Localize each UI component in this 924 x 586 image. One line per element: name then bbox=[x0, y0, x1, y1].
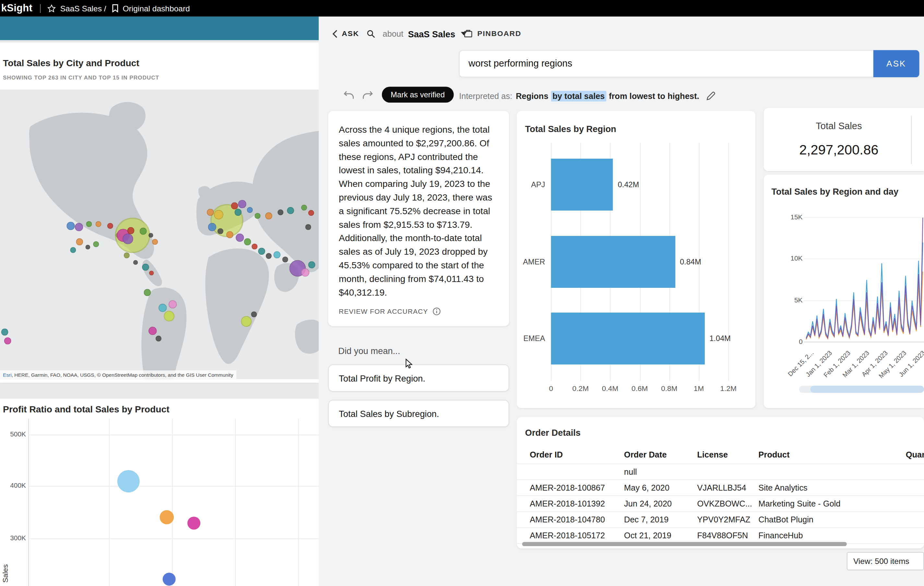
scatter-bubble[interactable] bbox=[163, 573, 176, 586]
review-for-accuracy[interactable]: REVIEW FOR ACCURACY bbox=[339, 307, 441, 315]
map-bubble[interactable] bbox=[66, 222, 74, 230]
scatter-plot[interactable]: Sales 500K400K300K bbox=[0, 399, 319, 586]
bookmark-icon[interactable] bbox=[112, 4, 119, 12]
map-bubble[interactable] bbox=[93, 241, 99, 247]
interpretation-token-sort[interactable]: from lowest to highest. bbox=[609, 91, 699, 101]
map-bubble[interactable] bbox=[164, 311, 175, 321]
star-icon[interactable] bbox=[47, 4, 56, 13]
map-bubble[interactable] bbox=[168, 300, 177, 308]
map-bubble[interactable] bbox=[282, 257, 288, 263]
map-bubble[interactable] bbox=[241, 316, 252, 327]
map-bubble[interactable] bbox=[76, 238, 83, 245]
map-bubble[interactable] bbox=[301, 205, 307, 210]
table-row[interactable]: null bbox=[517, 464, 924, 480]
map-bubble[interactable] bbox=[236, 233, 244, 242]
map-bubble[interactable] bbox=[122, 233, 133, 244]
map-bubble[interactable] bbox=[127, 227, 135, 234]
data-source-selector[interactable]: SaaS Sales bbox=[408, 28, 455, 39]
line-chart-scrollbar-track[interactable] bbox=[799, 386, 924, 393]
map-bubble[interactable] bbox=[144, 289, 151, 296]
breadcrumb-saas-sales[interactable]: SaaS Sales / bbox=[60, 4, 106, 13]
suggestion-total-profit-by-region[interactable]: Total Profit by Region. bbox=[328, 364, 509, 392]
map-bubble[interactable] bbox=[1, 328, 8, 336]
map-bubble[interactable] bbox=[251, 311, 257, 317]
map-bubble[interactable] bbox=[258, 248, 265, 255]
table-horizontal-scrollbar[interactable] bbox=[522, 542, 846, 546]
map-bubble[interactable] bbox=[107, 223, 113, 229]
edit-interpretation-icon[interactable] bbox=[706, 91, 716, 101]
map-bubble[interactable] bbox=[207, 209, 214, 216]
interpretation-token-regions[interactable]: Regions bbox=[516, 91, 548, 101]
map-bubble[interactable] bbox=[95, 221, 101, 227]
search-icon[interactable] bbox=[367, 29, 375, 38]
map-bubble[interactable] bbox=[252, 244, 257, 250]
map-bubble[interactable] bbox=[75, 223, 83, 231]
bar-category-label: APJ bbox=[531, 180, 545, 189]
esri-link[interactable]: Esri bbox=[3, 372, 12, 378]
bar[interactable] bbox=[551, 313, 705, 365]
interpretation-token-highlighted[interactable]: by total sales bbox=[551, 91, 607, 101]
map-bubble[interactable] bbox=[142, 263, 149, 271]
ask-query-input[interactable] bbox=[460, 51, 866, 76]
scatter-bubble[interactable] bbox=[187, 516, 200, 530]
scatter-bubble[interactable] bbox=[117, 470, 140, 493]
map-bubble[interactable] bbox=[140, 228, 147, 235]
suggestion-total-sales-by-subregion[interactable]: Total Sales by Subregion. bbox=[328, 400, 509, 427]
view-items-dropdown[interactable]: View: 500 items bbox=[847, 552, 924, 570]
region-day-line-chart-card[interactable]: Total Sales by Region and day 15K10K5K0 … bbox=[764, 175, 924, 408]
map-bubble[interactable] bbox=[214, 210, 223, 219]
line-chart-scrollbar-thumb[interactable] bbox=[810, 386, 924, 393]
scatter-bubble[interactable] bbox=[160, 510, 174, 524]
bar[interactable] bbox=[551, 236, 675, 288]
back-chevron-icon[interactable] bbox=[332, 29, 338, 38]
redo-icon[interactable] bbox=[363, 91, 373, 99]
map-bubble[interactable] bbox=[273, 251, 280, 258]
table-row[interactable]: AMER-2018-105172Oct 21, 2019F84V88OF5NFi… bbox=[517, 528, 924, 544]
map-bubble[interactable] bbox=[226, 231, 233, 238]
mark-as-verified-button[interactable]: Mark as verified bbox=[382, 87, 454, 103]
map-bubble[interactable] bbox=[238, 200, 246, 208]
table-cell: FinanceHub bbox=[758, 531, 906, 540]
total-sales-kpi-card[interactable]: Total Sales 2,297,200.86 bbox=[764, 108, 924, 171]
map-bubble[interactable] bbox=[266, 253, 272, 259]
table-row[interactable]: AMER-2018-104780Dec 7, 2019YPV0Y2MFAZCha… bbox=[517, 512, 924, 528]
map-bubble[interactable] bbox=[124, 252, 130, 258]
map-bubble[interactable] bbox=[156, 336, 162, 341]
map-bubble[interactable] bbox=[287, 207, 294, 214]
map-bubble[interactable] bbox=[86, 221, 92, 227]
world-map[interactable]: Esri, HERE, Garmin, FAO, NOAA, USGS, © O… bbox=[0, 89, 319, 379]
undo-icon[interactable] bbox=[344, 91, 354, 99]
map-bubble[interactable] bbox=[86, 245, 91, 250]
table-row[interactable]: AMER-2018-100867May 6, 2020VJARLLBJ54Sit… bbox=[517, 480, 924, 496]
map-bubble[interactable] bbox=[4, 338, 12, 344]
ask-submit-button[interactable]: ASK bbox=[873, 50, 919, 77]
map-bubble[interactable] bbox=[70, 247, 76, 253]
map-bubble[interactable] bbox=[309, 210, 314, 216]
map-bubble[interactable] bbox=[148, 233, 153, 238]
pinboard-button[interactable]: PINBOARD bbox=[464, 28, 521, 39]
map-bubble[interactable] bbox=[234, 209, 241, 216]
map-bubble[interactable] bbox=[309, 261, 315, 268]
map-bubble[interactable] bbox=[133, 260, 138, 265]
breadcrumb-dashboard[interactable]: Original dashboard bbox=[122, 4, 190, 13]
map-bubble[interactable] bbox=[244, 238, 251, 245]
map-bubble[interactable] bbox=[265, 212, 272, 219]
map-bubble[interactable] bbox=[277, 209, 283, 215]
bar[interactable] bbox=[551, 159, 613, 210]
table-row[interactable]: AMER-2018-101392Jun 24, 2020OVKZBOWC...M… bbox=[517, 496, 924, 512]
map-bubble[interactable] bbox=[149, 271, 154, 275]
map-bubble[interactable] bbox=[305, 224, 311, 230]
app-logo[interactable]: kSight bbox=[1, 2, 33, 14]
region-bar-chart-card[interactable]: Total Sales by Region APJ0.42MAMER0.84ME… bbox=[517, 111, 756, 408]
map-bubble[interactable] bbox=[247, 207, 253, 213]
info-icon[interactable] bbox=[433, 307, 441, 315]
map-bubble[interactable] bbox=[218, 228, 223, 234]
map-bubble[interactable] bbox=[158, 304, 167, 312]
map-bubble[interactable] bbox=[148, 327, 157, 335]
map-bubble[interactable] bbox=[152, 239, 158, 245]
map-bubble[interactable] bbox=[254, 213, 260, 219]
map-bubble[interactable] bbox=[301, 268, 309, 276]
ask-back-label[interactable]: ASK bbox=[342, 30, 359, 38]
map-bubble[interactable] bbox=[231, 202, 238, 209]
map-bubble[interactable] bbox=[208, 223, 216, 231]
